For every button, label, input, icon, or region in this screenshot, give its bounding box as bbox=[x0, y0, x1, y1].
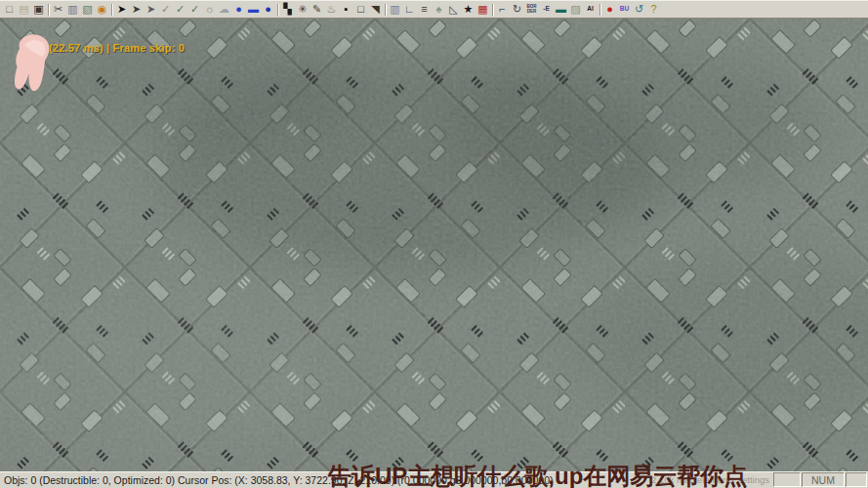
path-tool-button[interactable]: ∟ bbox=[402, 2, 417, 17]
toolbar-separator bbox=[492, 4, 493, 16]
toggle-check1-button[interactable]: ✓ bbox=[158, 2, 173, 17]
zoom-icon: ◉ bbox=[98, 4, 107, 15]
toggle-check3-icon: ✓ bbox=[190, 4, 199, 15]
connector-tool-icon: -E bbox=[543, 6, 550, 13]
select-area-tool-button[interactable]: ➤ bbox=[144, 2, 158, 17]
select-tool-icon: ➤ bbox=[117, 4, 126, 15]
paste-icon: ▧ bbox=[82, 4, 92, 15]
map-viewport[interactable]: (22.57 ms) | Frame skip: 0 bbox=[0, 19, 868, 471]
tile-tool-icon: ▚ bbox=[283, 4, 291, 15]
new-file-button[interactable]: □ bbox=[2, 2, 17, 17]
pencil-tool-icon: ✎ bbox=[312, 4, 321, 15]
layers-tool-button[interactable]: ≡ bbox=[417, 2, 432, 17]
map-texture[interactable] bbox=[0, 19, 868, 471]
undo-icon: ↺ bbox=[635, 4, 643, 15]
select-tool-button[interactable]: ➤ bbox=[114, 2, 129, 17]
duplicate-tool-icon: ▥ bbox=[390, 4, 399, 15]
pencil-tool-button[interactable]: ✎ bbox=[310, 2, 324, 17]
block-tool-button[interactable]: ▬ bbox=[554, 2, 568, 17]
status-pane-empty-1 bbox=[773, 472, 801, 487]
cut-button[interactable]: ✂ bbox=[51, 2, 65, 17]
zoom-button[interactable]: ◉ bbox=[95, 2, 109, 17]
fence-tool-button[interactable]: ▨ bbox=[568, 2, 583, 17]
pick-tool-icon: ⌐ bbox=[499, 4, 505, 15]
rect-outline-tool-icon: □ bbox=[357, 4, 364, 15]
water-blob-tool-icon: ● bbox=[235, 4, 242, 15]
toolbar: □▤▣✂▥▧◉➤➤➤✓✓✓☼☁●▬●▚✳✎♨▪□◥▥∟≡♠◺★▦⌐↻BOR DE… bbox=[0, 0, 868, 19]
grid-window-tool-button[interactable]: ▦ bbox=[475, 2, 490, 17]
layers-tool-icon: ≡ bbox=[421, 4, 427, 15]
new-file-icon: □ bbox=[6, 4, 13, 15]
grid-window-tool-icon: ▦ bbox=[477, 4, 487, 15]
cut-icon: ✂ bbox=[54, 4, 62, 15]
paste-button[interactable]: ▧ bbox=[80, 2, 95, 17]
video-caption-overlay: 告诉UP主想听什么歌,up在网易云帮你点 bbox=[328, 461, 747, 488]
blob-tool-button[interactable]: ★ bbox=[461, 2, 475, 17]
select-add-tool-icon: ➤ bbox=[132, 4, 141, 15]
bu-tool-button[interactable]: BU bbox=[617, 2, 632, 17]
rect-outline-tool-button[interactable]: □ bbox=[353, 2, 368, 17]
scatter-tool-button[interactable]: ✳ bbox=[295, 2, 310, 17]
toolbar-separator bbox=[385, 4, 386, 16]
status-pane-empty-2 bbox=[846, 472, 867, 487]
undo-button[interactable]: ↺ bbox=[632, 2, 646, 17]
slope-tool-button[interactable]: ◺ bbox=[446, 2, 461, 17]
record-button[interactable]: ● bbox=[602, 2, 617, 17]
record-icon: ● bbox=[606, 4, 613, 15]
select-add-tool-button[interactable]: ➤ bbox=[129, 2, 144, 17]
help-icon: ? bbox=[650, 4, 656, 15]
loop-tool-icon: ↻ bbox=[513, 4, 521, 15]
toggle-check3-button[interactable]: ✓ bbox=[187, 2, 202, 17]
fps-overlay-text: (22.57 ms) | Frame skip: 0 bbox=[49, 42, 185, 54]
water-rect-tool-button[interactable]: ▬ bbox=[246, 2, 261, 17]
tile-tool-button[interactable]: ▚ bbox=[280, 2, 295, 17]
facecam-sticker-overlay bbox=[8, 31, 59, 98]
save-file-button[interactable]: ▣ bbox=[31, 2, 46, 17]
select-area-tool-icon: ➤ bbox=[146, 4, 155, 15]
dot-tool-icon: ▪ bbox=[345, 4, 349, 15]
ai-tool-button[interactable]: AI bbox=[583, 2, 598, 17]
bu-tool-icon: BU bbox=[620, 6, 629, 13]
toolbar-separator bbox=[111, 4, 112, 16]
open-folder-icon: ▤ bbox=[19, 4, 28, 15]
open-folder-button[interactable]: ▤ bbox=[17, 2, 31, 17]
light-tool-button[interactable]: ☼ bbox=[202, 2, 217, 17]
status-num-lock-indicator: NUM bbox=[802, 472, 845, 487]
connector-tool-button[interactable]: -E bbox=[539, 2, 554, 17]
loop-tool-button[interactable]: ↻ bbox=[510, 2, 524, 17]
wedge-tool-button[interactable]: ◥ bbox=[368, 2, 383, 17]
water-rect-tool-icon: ▬ bbox=[248, 4, 259, 15]
burn-tool-icon: ♨ bbox=[327, 4, 337, 15]
toolbar-separator bbox=[599, 4, 600, 16]
toolbar-separator bbox=[277, 4, 278, 16]
fence-tool-icon: ▨ bbox=[570, 4, 580, 15]
block-tool-icon: ▬ bbox=[556, 4, 566, 15]
copy-icon: ▥ bbox=[67, 4, 77, 15]
border-tool-button[interactable]: BOR DER bbox=[524, 2, 539, 17]
copy-button[interactable]: ▥ bbox=[65, 2, 80, 17]
path-tool-icon: ∟ bbox=[404, 4, 415, 15]
ai-tool-icon: AI bbox=[587, 6, 594, 13]
dot-tool-button[interactable]: ▪ bbox=[339, 2, 353, 17]
help-button[interactable]: ? bbox=[646, 2, 661, 17]
water-blob-tool-button[interactable]: ● bbox=[231, 2, 246, 17]
tree-tool-button[interactable]: ♠ bbox=[432, 2, 446, 17]
blob-tool-icon: ★ bbox=[464, 4, 474, 15]
duplicate-tool-button[interactable]: ▥ bbox=[388, 2, 402, 17]
burn-tool-button[interactable]: ♨ bbox=[324, 2, 339, 17]
save-file-icon: ▣ bbox=[33, 4, 43, 15]
toolbar-separator bbox=[48, 4, 49, 16]
wedge-tool-icon: ◥ bbox=[371, 4, 379, 15]
scatter-tool-icon: ✳ bbox=[298, 4, 307, 15]
water-area-tool-icon: ● bbox=[265, 4, 271, 15]
border-tool-icon: BOR DER bbox=[527, 5, 537, 14]
tree-tool-icon: ♠ bbox=[436, 4, 442, 15]
toggle-check1-icon: ✓ bbox=[161, 4, 170, 15]
map-editor-window: □▤▣✂▥▧◉➤➤➤✓✓✓☼☁●▬●▚✳✎♨▪□◥▥∟≡♠◺★▦⌐↻BOR DE… bbox=[0, 0, 868, 488]
fog-tool-icon: ☁ bbox=[219, 4, 229, 15]
pick-tool-button[interactable]: ⌐ bbox=[495, 2, 510, 17]
fog-tool-button[interactable]: ☁ bbox=[217, 2, 231, 17]
toggle-check2-button[interactable]: ✓ bbox=[173, 2, 187, 17]
light-tool-icon: ☼ bbox=[204, 4, 214, 15]
water-area-tool-button[interactable]: ● bbox=[261, 2, 275, 17]
